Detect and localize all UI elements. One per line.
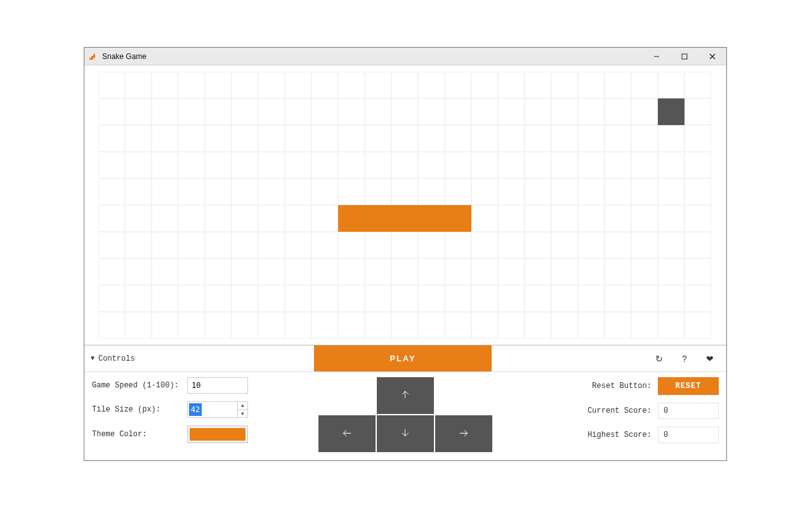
- help-icon[interactable]: ?: [679, 354, 690, 364]
- speed-label: Game Speed (1-100):: [92, 381, 181, 390]
- grid-cell: [391, 258, 418, 285]
- dpad-down-button[interactable]: 🡣: [377, 415, 434, 452]
- grid-cell: [152, 285, 178, 312]
- svg-rect-1: [91, 58, 93, 60]
- grid-cell: [232, 232, 258, 258]
- grid-cell: [365, 178, 391, 205]
- stepper-up-icon[interactable]: ▲: [237, 402, 247, 410]
- grid-cell: [605, 98, 631, 125]
- minimize-button[interactable]: [643, 48, 671, 65]
- grid-cell: [578, 285, 605, 312]
- grid-cell: [391, 98, 418, 125]
- direction-pad: 🡡 🡠 🡣 🡢: [318, 377, 492, 452]
- grid-cell: [525, 178, 551, 205]
- grid-cell: [311, 312, 338, 338]
- grid-cell: [605, 178, 631, 205]
- grid-cell: [605, 232, 631, 258]
- play-button[interactable]: PLAY: [314, 345, 492, 371]
- grid-cell: [285, 258, 311, 285]
- grid-cell: [311, 98, 338, 125]
- grid-cell: [658, 312, 684, 338]
- grid-cell: [498, 98, 525, 125]
- grid-cell: [178, 312, 205, 338]
- refresh-icon[interactable]: ↻: [654, 354, 664, 364]
- grid-cell: [498, 178, 525, 205]
- grid-cell: [178, 258, 205, 285]
- grid-cell: [605, 72, 631, 98]
- titlebar: Snake Game: [84, 48, 726, 65]
- grid-cell: [684, 125, 711, 152]
- grid-cell: [125, 285, 152, 312]
- grid-cell: [125, 258, 152, 285]
- grid-cell: [258, 232, 285, 258]
- current-score-label: Current Score:: [510, 406, 652, 415]
- grid-cell: [578, 258, 605, 285]
- theme-color-picker[interactable]: [187, 425, 248, 443]
- theme-color-swatch: [190, 428, 246, 441]
- grid-cell: [98, 72, 125, 98]
- arrow-down-icon: 🡣: [401, 429, 410, 439]
- grid-cell: [658, 258, 684, 285]
- grid-cell: [471, 205, 498, 232]
- grid-cell: [605, 285, 631, 312]
- grid-cell: [178, 72, 205, 98]
- grid-cell: [684, 178, 711, 205]
- grid-cell: [551, 178, 578, 205]
- grid-cell: [631, 258, 658, 285]
- grid-cell: [205, 285, 232, 312]
- maximize-button[interactable]: [671, 48, 698, 65]
- grid-cell: [471, 312, 498, 338]
- grid-cell: [471, 152, 498, 178]
- heart-icon[interactable]: ❤: [705, 354, 715, 364]
- grid-cell: [658, 72, 684, 98]
- grid-cell: [498, 152, 525, 178]
- grid-cell: [471, 125, 498, 152]
- controls-toggle[interactable]: ▼ Controls: [84, 345, 314, 371]
- grid-cell: [418, 178, 445, 205]
- arrow-up-icon: 🡡: [401, 391, 410, 401]
- grid-cell: [152, 258, 178, 285]
- grid-cell: [338, 285, 365, 312]
- dpad-left-button[interactable]: 🡠: [318, 415, 376, 452]
- grid-cell: [391, 72, 418, 98]
- grid-cell: [684, 98, 711, 125]
- reset-button[interactable]: RESET: [658, 377, 719, 395]
- grid-cell: [258, 285, 285, 312]
- grid-cell: [258, 98, 285, 125]
- grid-cell: [338, 258, 365, 285]
- grid-cell: [311, 285, 338, 312]
- grid-cell: [471, 72, 498, 98]
- grid-cell: [605, 205, 631, 232]
- grid-cell: [658, 205, 684, 232]
- controls-label: Controls: [98, 354, 135, 363]
- reset-button-label: RESET: [675, 382, 701, 391]
- grid-cell: [205, 178, 232, 205]
- svg-rect-2: [91, 56, 93, 58]
- grid-cell: [445, 178, 471, 205]
- grid-cell: [684, 232, 711, 258]
- grid-cell: [578, 72, 605, 98]
- grid-cell: [205, 258, 232, 285]
- close-button[interactable]: [698, 48, 726, 65]
- grid-cell: [445, 98, 471, 125]
- grid-cell: [578, 312, 605, 338]
- stepper-down-icon[interactable]: ▼: [237, 410, 247, 418]
- grid-cell: [605, 312, 631, 338]
- window-title: Snake Game: [102, 52, 147, 61]
- grid-cell: [418, 312, 445, 338]
- grid-cell: [232, 125, 258, 152]
- dpad-right-button[interactable]: 🡢: [435, 415, 492, 452]
- speed-input[interactable]: [187, 377, 248, 394]
- game-board[interactable]: [98, 72, 712, 344]
- grid-cell: [525, 152, 551, 178]
- grid-cell: [631, 178, 658, 205]
- grid-cell: [232, 98, 258, 125]
- grid-cell: [285, 232, 311, 258]
- dpad-up-button[interactable]: 🡡: [377, 377, 434, 414]
- grid-cell: [98, 285, 125, 312]
- grid-cell: [98, 178, 125, 205]
- grid-cell: [365, 232, 391, 258]
- grid-cell: [418, 232, 445, 258]
- tile-size-stepper[interactable]: 42 ▲ ▼: [187, 401, 248, 418]
- app-icon: [88, 51, 98, 62]
